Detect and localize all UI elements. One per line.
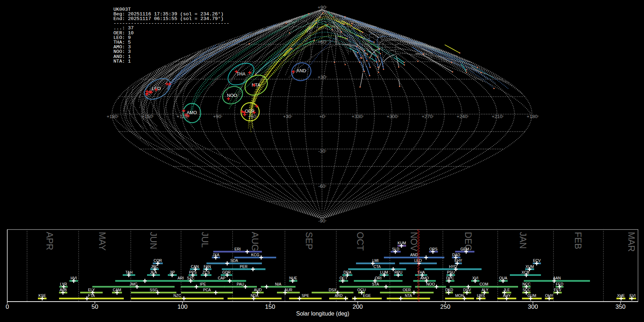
svg-text:+90°: +90° — [318, 5, 327, 10]
svg-text:ORS: ORS — [429, 247, 438, 251]
svg-text:FEB: FEB — [573, 232, 583, 249]
svg-text:AVB: AVB — [59, 288, 67, 292]
svg-text:ORI: ORI — [375, 276, 382, 280]
svg-text:DPC: DPC — [446, 276, 454, 280]
svg-text:SCC: SCC — [522, 288, 531, 292]
svg-text:Solar longitude (deg): Solar longitude (deg) — [296, 311, 350, 317]
svg-text:COM: COM — [479, 282, 488, 286]
svg-text:GUM: GUM — [527, 293, 536, 298]
svg-text:PPS: PPS — [189, 270, 196, 274]
svg-text:FAN: FAN — [204, 264, 211, 269]
svg-text:JXA: JXA — [213, 253, 219, 257]
svg-text:XUM: XUM — [526, 264, 534, 269]
svg-text:NIA: NIA — [275, 282, 282, 286]
svg-text:GEM: GEM — [460, 247, 469, 251]
svg-text:SSG: SSG — [150, 288, 157, 292]
svg-text:ARI: ARI — [177, 276, 184, 280]
svg-text:+60°: +60° — [318, 39, 327, 45]
svg-text:NTA: NTA — [405, 293, 412, 298]
svg-text:NOV: NOV — [409, 232, 419, 252]
svg-text:STA: STA — [372, 282, 379, 286]
svg-text:XCB: XCB — [522, 270, 530, 274]
svg-text:+210°: +210° — [492, 114, 504, 119]
svg-text:ALY: ALY — [482, 288, 488, 292]
svg-text:350: 350 — [615, 303, 625, 310]
svg-text:JUL: JUL — [200, 232, 210, 248]
svg-text:JIP: JIP — [170, 270, 175, 274]
svg-text:CAP: CAP — [218, 276, 226, 280]
svg-text:+180°: +180° — [527, 114, 539, 119]
svg-text:SDA: SDA — [230, 258, 238, 263]
svg-text:FED: FED — [556, 282, 564, 286]
svg-text:AUD: AUD — [254, 288, 262, 292]
svg-text:ECV: ECV — [533, 258, 541, 263]
svg-text:MAR: MAR — [626, 232, 636, 252]
svg-text:FTA: FTA — [88, 293, 95, 298]
svg-text:JRC: JRC — [151, 264, 158, 269]
svg-text:JLE: JLE — [503, 288, 510, 292]
svg-text:THA: THA — [236, 72, 246, 77]
svg-text:+30°: +30° — [283, 114, 293, 119]
svg-text:PSU: PSU — [447, 270, 455, 274]
svg-text:200: 200 — [353, 303, 363, 310]
svg-text:KUM: KUM — [397, 241, 406, 245]
svg-text:ELY: ELY — [88, 288, 95, 292]
svg-text:JMC: JMC — [130, 282, 137, 286]
svg-text:OER: OER — [403, 288, 411, 292]
svg-text:URS: URS — [477, 293, 485, 298]
svg-text:GDR: GDR — [222, 270, 231, 274]
svg-text:THA: THA — [418, 270, 425, 274]
svg-text:HVI: HVI — [70, 276, 77, 280]
svg-text:PER: PER — [240, 264, 248, 269]
svg-text:100: 100 — [177, 303, 187, 310]
svg-text:DKD: DKD — [445, 288, 453, 292]
svg-text:+60°: +60° — [248, 114, 258, 119]
svg-text:+300°: +300° — [387, 114, 399, 119]
svg-text:APR: APR — [45, 232, 55, 250]
svg-text:XHE: XHE — [617, 293, 625, 298]
svg-text:EVI: EVI — [630, 293, 636, 298]
svg-text:ZCS: ZCS — [203, 270, 210, 274]
svg-text:JEA: JEA — [150, 270, 157, 274]
svg-text:DAD: DAD — [452, 253, 460, 257]
svg-text:EHY: EHY — [454, 258, 462, 263]
svg-text:+270°: +270° — [421, 114, 434, 119]
svg-text:150: 150 — [265, 303, 275, 310]
svg-text:QUA: QUA — [499, 276, 507, 280]
svg-text:DSV: DSV — [463, 288, 471, 292]
svg-text:AND: AND — [297, 68, 306, 73]
svg-text:50: 50 — [92, 303, 98, 310]
svg-text:NCC: NCC — [522, 282, 531, 286]
svg-text:AUR: AUR — [284, 288, 293, 292]
svg-text:AAN: AAN — [553, 276, 561, 280]
svg-text:AUG: AUG — [250, 232, 260, 251]
svg-text:SLD: SLD — [392, 247, 400, 251]
svg-text:EGE: EGE — [363, 293, 371, 298]
svg-text:+90°: +90° — [213, 114, 223, 119]
svg-text:KSE: KSE — [38, 293, 46, 298]
svg-text:AMO: AMO — [420, 276, 429, 280]
svg-text:CAM: CAM — [113, 288, 121, 292]
svg-text:SPE: SPE — [302, 293, 309, 298]
svg-text:0: 0 — [6, 303, 9, 310]
svg-text:MON: MON — [455, 293, 464, 298]
svg-text:+30°: +30° — [318, 74, 327, 80]
svg-text:NTA: 1: NTA: 1 — [113, 59, 131, 64]
svg-text:RPU: RPU — [394, 270, 402, 274]
svg-text:KCG: KCG — [251, 253, 259, 257]
svg-text:+180°: +180° — [107, 114, 119, 119]
svg-text:+330°: +330° — [352, 114, 364, 119]
svg-text:TAH: TAH — [125, 270, 132, 274]
svg-text:IPE: IPE — [200, 282, 206, 286]
svg-text:+120°: +120° — [177, 114, 189, 119]
svg-text:DRA: DRA — [343, 270, 351, 274]
svg-text:AND: AND — [410, 253, 418, 257]
svg-text:OCT: OCT — [340, 276, 348, 280]
svg-text:OER: OER — [245, 109, 254, 114]
svg-text:LUM: LUM — [380, 270, 388, 274]
svg-text:300: 300 — [528, 303, 538, 310]
svg-text:OCT: OCT — [355, 232, 365, 251]
svg-text:CTA: CTA — [374, 264, 381, 269]
svg-text:AHY: AHY — [503, 293, 511, 298]
svg-text:SEP: SEP — [304, 232, 314, 250]
